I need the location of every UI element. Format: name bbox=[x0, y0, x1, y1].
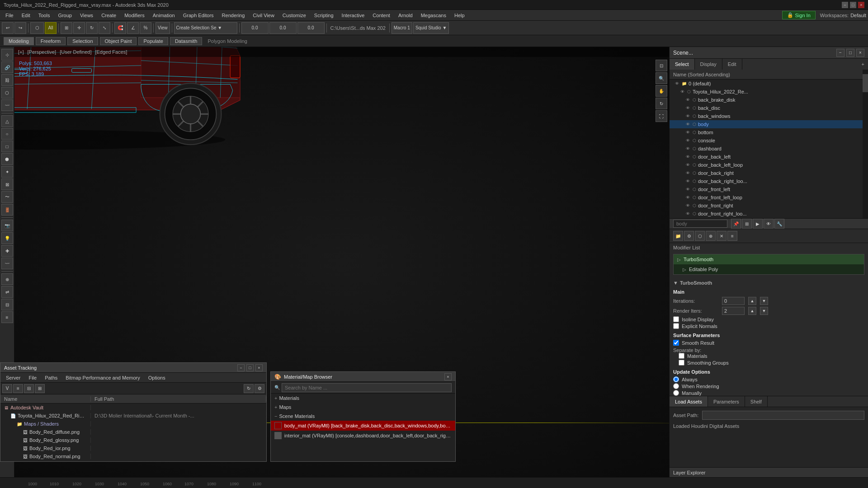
squid-studio-btn[interactable]: Squid Studio ▼ bbox=[413, 22, 449, 34]
mod-icon-display[interactable]: 👁 bbox=[764, 219, 774, 229]
visibility-icon[interactable]: 👁 bbox=[686, 211, 690, 216]
at-col-name-header[interactable]: Name bbox=[0, 396, 91, 402]
smoothing-groups-check[interactable] bbox=[679, 360, 684, 366]
iterations-down[interactable]: ▼ bbox=[760, 297, 768, 305]
lt-select[interactable]: ⊹ bbox=[1, 49, 13, 61]
maximize-button[interactable]: □ bbox=[850, 2, 856, 8]
modifier-editable-poly[interactable]: ▷ Editable Poly bbox=[674, 264, 864, 274]
select-all-btn[interactable]: All bbox=[45, 22, 57, 34]
viewport-plus-icon[interactable]: [+] bbox=[18, 49, 24, 55]
scene-scrollbar[interactable] bbox=[863, 70, 868, 218]
visibility-icon[interactable]: 👁 bbox=[686, 195, 690, 200]
snap-btn[interactable]: 🧲 bbox=[114, 22, 126, 34]
select-filter-btn[interactable]: ⬡ bbox=[30, 22, 44, 34]
at-item-7[interactable]: 🖼Body_Red_reflection.png bbox=[0, 460, 266, 461]
render-iters-input[interactable] bbox=[722, 307, 745, 315]
scene-close-btn[interactable]: × bbox=[856, 49, 864, 57]
at-minimize-btn[interactable]: − bbox=[237, 364, 245, 371]
menu-animation[interactable]: Animation bbox=[149, 10, 179, 21]
menu-interactive[interactable]: Interactive bbox=[338, 10, 368, 21]
visibility-icon[interactable]: 👁 bbox=[686, 179, 690, 183]
menu-create[interactable]: Create bbox=[98, 10, 120, 21]
lt-extended[interactable]: □ bbox=[1, 141, 13, 152]
menu-megascans[interactable]: Megascans bbox=[417, 10, 450, 21]
radio-when-rendering-input[interactable] bbox=[673, 383, 679, 389]
scene-item-door-back-right-loo---[interactable]: 👁⬡door_back_right_loo... bbox=[670, 177, 863, 185]
lt-layer[interactable]: ≡ bbox=[1, 311, 13, 323]
mb-close-btn[interactable]: × bbox=[444, 373, 452, 380]
scene-item-door-back-right[interactable]: 👁⬡door_back_right bbox=[670, 169, 863, 177]
x-field[interactable]: 0.0 bbox=[241, 22, 269, 34]
maximize-viewport-btn[interactable]: ⛶ bbox=[656, 110, 667, 122]
viewport-user-defined[interactable]: [User Defined] bbox=[60, 49, 91, 55]
lt-align[interactable]: ⊟ bbox=[1, 299, 13, 310]
scene-item-back-disc[interactable]: 👁⬡back_disc bbox=[670, 104, 863, 112]
select-btn[interactable]: ⊞ bbox=[61, 22, 72, 34]
lt-particle[interactable]: ✦ bbox=[1, 166, 13, 178]
lt-bind[interactable]: ⬡ bbox=[1, 87, 13, 99]
sign-in-button[interactable]: 🔒Sign In bbox=[782, 11, 816, 19]
mod-show-end[interactable]: ⬡ bbox=[695, 231, 705, 241]
radio-always-input[interactable] bbox=[673, 376, 679, 382]
scale-btn[interactable]: ⤡ bbox=[99, 22, 110, 34]
menu-graph-editors[interactable]: Graph Editors bbox=[179, 10, 217, 21]
radio-manually-input[interactable] bbox=[673, 390, 679, 396]
workspaces-value[interactable]: Default bbox=[850, 13, 866, 18]
at-item-0[interactable]: 🖥Autodesk Vault bbox=[0, 404, 266, 412]
menu-content[interactable]: Content bbox=[369, 10, 394, 21]
scene-item-bottom[interactable]: 👁⬡bottom bbox=[670, 128, 863, 136]
scene-item-console[interactable]: 👁⬡console bbox=[670, 136, 863, 145]
menu-group[interactable]: Group bbox=[54, 10, 75, 21]
iterations-up[interactable]: ▲ bbox=[748, 297, 756, 305]
mod-icon-hierarchy[interactable]: ⊞ bbox=[742, 219, 752, 229]
mode-selection[interactable]: Selection bbox=[67, 37, 98, 45]
lt-doors[interactable]: 🚪 bbox=[1, 204, 13, 216]
tab-select[interactable]: Select bbox=[670, 59, 695, 70]
at-settings-btn[interactable]: ⚙ bbox=[255, 384, 264, 393]
lt-spacewarp2[interactable]: 〰 bbox=[1, 258, 13, 269]
scene-item-0--default-[interactable]: 👁📁0 (default) bbox=[670, 80, 863, 88]
menu-file[interactable]: File bbox=[2, 10, 17, 21]
visibility-icon[interactable]: 👁 bbox=[686, 122, 690, 127]
at-close-btn[interactable]: × bbox=[255, 364, 263, 371]
at-item-1[interactable]: 📄Toyota_Hilux_2022_Red_Rigged_max_vray.m… bbox=[0, 412, 266, 420]
scene-item-door-front-left[interactable]: 👁⬡door_front_left bbox=[670, 185, 863, 193]
asset-path-input[interactable] bbox=[702, 411, 864, 420]
lt-helper[interactable]: ✚ bbox=[1, 245, 13, 257]
mode-populate[interactable]: Populate bbox=[138, 37, 168, 45]
at-item-6[interactable]: 🖼Body_Red_normal.png bbox=[0, 452, 266, 460]
menu-civil-view[interactable]: Civil View bbox=[249, 10, 278, 21]
scene-item-door-back-left[interactable]: 👁⬡door_back_left bbox=[670, 153, 863, 161]
timeline-track[interactable]: 1000 1010 1020 1030 1040 1050 1060 1070 … bbox=[0, 478, 868, 488]
menu-views[interactable]: Views bbox=[76, 10, 97, 21]
iterations-input[interactable] bbox=[722, 297, 745, 305]
at-detail-btn[interactable]: ⊟ bbox=[24, 384, 34, 393]
y-field[interactable]: 0.0 bbox=[269, 22, 297, 34]
la-tab-parameters[interactable]: Parameters bbox=[708, 396, 745, 407]
at-menu-file[interactable]: File bbox=[25, 374, 40, 381]
scene-item-dashboard[interactable]: 👁⬡dashboard bbox=[670, 145, 863, 153]
at-item-5[interactable]: 🖼Body_Red_ior.png bbox=[0, 444, 266, 452]
mod-configure[interactable]: ⚙ bbox=[684, 231, 694, 241]
visibility-icon[interactable]: 👁 bbox=[686, 114, 690, 118]
visibility-icon[interactable]: 👁 bbox=[686, 138, 690, 143]
visibility-icon[interactable]: 👁 bbox=[686, 203, 690, 208]
menu-edit[interactable]: Edit bbox=[18, 10, 34, 21]
mb-mat-body[interactable]: body_mat (VRayMtl) [back_brake_disk,back… bbox=[271, 421, 455, 431]
mod-remove[interactable]: ✕ bbox=[717, 231, 726, 241]
scene-item-door-front-left-loop[interactable]: 👁⬡door_front_left_loop bbox=[670, 193, 863, 202]
lt-camera[interactable]: 📷 bbox=[1, 220, 13, 231]
menu-scripting[interactable]: Scripting bbox=[311, 10, 337, 21]
lt-patch[interactable]: ⊠ bbox=[1, 178, 13, 190]
lt-nurbs[interactable]: 〜 bbox=[1, 191, 13, 203]
scene-item-back-windows[interactable]: 👁⬡back_windows bbox=[670, 112, 863, 120]
at-menu-paths[interactable]: Paths bbox=[41, 374, 61, 381]
render-iters-up[interactable]: ▲ bbox=[748, 307, 756, 315]
at-list-btn[interactable]: ≡ bbox=[13, 384, 23, 393]
mod-configure2[interactable]: ≡ bbox=[727, 231, 737, 241]
z-field[interactable]: 0.0 bbox=[297, 22, 325, 34]
mb-section-maps[interactable]: + Maps bbox=[271, 403, 455, 412]
viewport-btn[interactable]: View bbox=[156, 22, 170, 34]
visibility-icon[interactable]: 👁 bbox=[675, 81, 679, 86]
redo-button[interactable]: ↪ bbox=[14, 22, 26, 34]
